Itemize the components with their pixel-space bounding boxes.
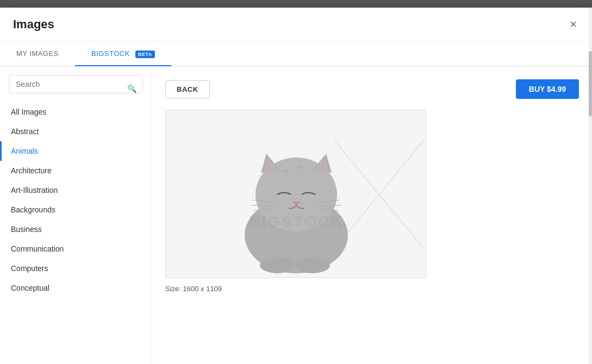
image-size-label: Size: 1600 x 1109 — [165, 285, 579, 293]
buy-button[interactable]: BUY $4.99 — [516, 79, 579, 99]
modal-overlay: Images × MY IMAGES BIGSTOCK BETA 🔍 — [0, 0, 592, 364]
sidebar-item-animals[interactable]: Animals — [0, 141, 152, 161]
beta-badge: BETA — [135, 51, 155, 58]
search-icon: 🔍 — [127, 84, 136, 93]
search-input[interactable] — [9, 75, 143, 93]
sidebar-item-conceptual[interactable]: Conceptual — [0, 278, 152, 298]
main-toolbar: BACK BUY $4.99 — [165, 79, 579, 99]
search-container: 🔍 — [0, 75, 152, 102]
tabs-bar: MY IMAGES BIGSTOCK BETA — [0, 42, 592, 66]
sidebar-item-art-illustration[interactable]: Art-Illustration — [0, 180, 152, 200]
image-preview-container: BIGSTOCK — [165, 110, 426, 278]
top-bar — [0, 0, 592, 8]
main-content: BACK BUY $4.99 — [152, 66, 592, 364]
tab-bigstock[interactable]: BIGSTOCK BETA — [75, 42, 171, 66]
svg-point-17 — [295, 257, 330, 273]
sidebar-item-backgrounds[interactable]: Backgrounds — [0, 200, 152, 219]
cat-image-svg: BIGSTOCK — [166, 110, 426, 278]
modal-body: 🔍 All Images Abstract Animals Architectu… — [0, 66, 592, 364]
modal-title: Images — [13, 17, 54, 32]
back-button[interactable]: BACK — [165, 80, 210, 98]
sidebar-item-all-images[interactable]: All Images — [0, 102, 152, 122]
sidebar-item-architecture[interactable]: Architecture — [0, 161, 152, 180]
images-modal: Images × MY IMAGES BIGSTOCK BETA 🔍 — [0, 8, 592, 364]
svg-text:BIGSTOCK: BIGSTOCK — [249, 212, 344, 230]
modal-header: Images × — [0, 8, 592, 42]
sidebar-item-abstract[interactable]: Abstract — [0, 122, 152, 141]
close-button[interactable]: × — [568, 16, 579, 33]
sidebar: 🔍 All Images Abstract Animals Architectu… — [0, 66, 152, 364]
sidebar-item-business[interactable]: Business — [0, 219, 152, 239]
svg-point-16 — [260, 257, 295, 273]
sidebar-item-computers[interactable]: Computers — [0, 259, 152, 278]
tab-my-images[interactable]: MY IMAGES — [0, 42, 75, 66]
sidebar-item-communication[interactable]: Communication — [0, 239, 152, 259]
category-list: All Images Abstract Animals Architecture… — [0, 102, 152, 298]
